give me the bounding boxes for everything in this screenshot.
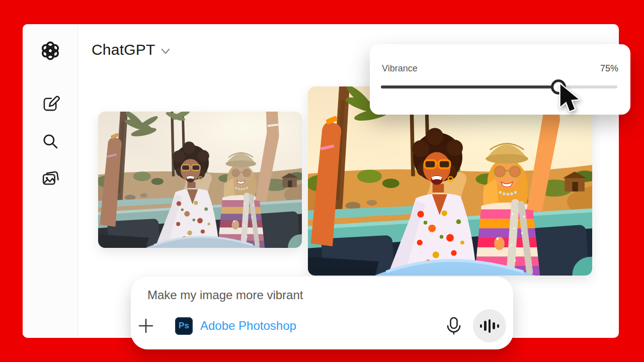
new-chat-icon[interactable] — [41, 95, 60, 114]
vibrance-value: 75% — [600, 63, 618, 74]
chat-input[interactable]: Make my image more vibrant Ps Adobe Phot… — [131, 277, 513, 349]
page-title: ChatGPT — [92, 41, 155, 58]
model-switcher[interactable]: ChatGPT — [92, 41, 171, 58]
search-icon[interactable] — [41, 132, 60, 151]
vibrance-label: Vibrance — [382, 63, 418, 74]
photoshop-plugin-name[interactable]: Adobe Photoshop — [200, 319, 296, 333]
chat-toolbar: Ps Adobe Photoshop — [131, 309, 513, 342]
vibrance-slider-fill — [381, 85, 558, 88]
chat-message-text: Make my image more vibrant — [147, 288, 303, 302]
image-original — [98, 112, 302, 248]
photoshop-badge-label: Ps — [179, 321, 189, 331]
promo-canvas: { "frame": { "color": "#ec0000" }, "head… — [0, 0, 644, 362]
openai-logo — [41, 41, 60, 60]
mouse-cursor-icon — [557, 83, 585, 114]
photoshop-badge[interactable]: Ps — [175, 317, 193, 335]
vibrance-panel: Vibrance 75% — [370, 44, 630, 115]
sidebar — [23, 24, 78, 338]
voice-mode-icon[interactable] — [473, 309, 506, 342]
image-vibrant — [308, 86, 592, 276]
chevron-down-icon[interactable] — [160, 46, 171, 57]
library-icon[interactable] — [41, 169, 60, 188]
microphone-icon[interactable] — [444, 316, 464, 336]
plus-icon[interactable] — [137, 317, 154, 334]
